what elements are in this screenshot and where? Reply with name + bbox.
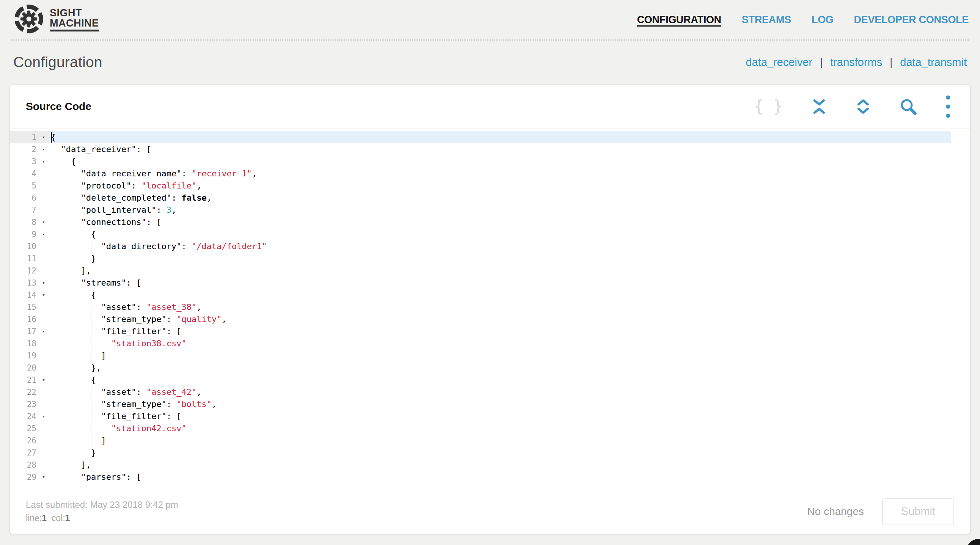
code-line-content[interactable]: "data_receiver": [ <box>49 143 951 156</box>
code-line-content[interactable]: { <box>49 156 951 168</box>
code-line[interactable]: 27} <box>10 447 951 459</box>
indent-guide <box>61 313 61 326</box>
code-line[interactable]: 26] <box>10 435 951 447</box>
code-line-content[interactable]: { <box>49 374 951 386</box>
code-line-content[interactable]: "asset": "asset_38", <box>49 301 951 313</box>
code-line-content[interactable]: "connections": [ <box>49 216 951 228</box>
code-line-content[interactable]: } <box>49 447 951 459</box>
code-line-content[interactable]: }, <box>49 362 951 374</box>
expand-all-icon[interactable] <box>856 99 871 114</box>
code-line-content[interactable]: "file_filter": [ <box>49 326 951 338</box>
submit-button[interactable]: Submit <box>882 498 954 525</box>
code-line[interactable]: 12], <box>10 265 951 277</box>
code-line-content[interactable]: "stream_type": "quality", <box>49 313 951 326</box>
code-line-content[interactable]: "stream_type": "bolts", <box>49 398 951 410</box>
fold-arrow-icon[interactable]: ▾ <box>39 216 49 228</box>
code-line-content[interactable]: ], <box>49 459 951 471</box>
fold-arrow-icon[interactable]: ▾ <box>39 374 49 386</box>
code-line[interactable]: 6"delete_completed": false, <box>10 192 951 204</box>
collapse-all-icon[interactable] <box>811 99 827 114</box>
code-line[interactable]: 9▾{ <box>10 228 951 240</box>
code-line[interactable]: 8▾"connections": [ <box>10 216 951 228</box>
code-line-content[interactable]: { <box>49 228 951 240</box>
indent-guide <box>61 471 61 483</box>
code-line[interactable]: 10"data_directory": "/data/folder1" <box>10 240 951 253</box>
code-line-content[interactable]: "parsers": [ <box>49 471 951 483</box>
code-line-content[interactable]: "data_directory": "/data/folder1" <box>49 240 951 253</box>
code-line-content[interactable]: { <box>49 289 951 301</box>
line-number: 1 <box>10 131 39 143</box>
code-line[interactable]: 22"asset": "asset_42", <box>10 386 951 398</box>
indent-guide <box>71 350 71 362</box>
indent-guide <box>71 313 71 326</box>
code-line[interactable]: 1▾{ <box>10 131 951 143</box>
code-line[interactable]: 13▾"streams": [ <box>10 277 951 289</box>
fold-arrow-icon[interactable]: ▾ <box>39 228 49 240</box>
fold-arrow-icon[interactable]: ▾ <box>39 471 49 483</box>
code-line-content[interactable]: "station38.csv" <box>49 338 951 350</box>
code-line-content[interactable]: { <box>49 131 951 143</box>
code-line[interactable]: 25"station42.csv" <box>10 423 951 435</box>
code-line[interactable]: 14▾{ <box>10 289 951 301</box>
gear-aperture-icon <box>13 3 45 36</box>
code-line-content[interactable]: "poll_interval": 3, <box>49 204 951 216</box>
code-line[interactable]: 15"asset": "asset_38", <box>10 301 951 313</box>
braces-icon[interactable]: { } <box>754 99 783 114</box>
code-line-content[interactable]: ], <box>49 265 951 277</box>
code-line[interactable]: 20}, <box>10 362 951 374</box>
fold-gutter <box>39 240 49 253</box>
code-line-content[interactable]: "protocol": "localfile", <box>49 180 951 192</box>
code-line[interactable]: 16"stream_type": "quality", <box>10 313 951 326</box>
nav-streams[interactable]: STREAMS <box>742 14 791 26</box>
chat-widget-bubble[interactable] <box>966 539 980 545</box>
nav-developer-console[interactable]: DEVELOPER CONSOLE <box>854 14 969 26</box>
panel-title: Source Code <box>26 100 91 113</box>
fold-arrow-icon[interactable]: ▾ <box>39 277 49 289</box>
code-line-content[interactable]: "streams": [ <box>49 277 951 289</box>
nav-log[interactable]: LOG <box>811 14 834 26</box>
code-line[interactable]: 5"protocol": "localfile", <box>10 180 951 192</box>
code-line[interactable]: 21▾{ <box>10 374 951 386</box>
code-line-content[interactable]: "data_receiver_name": "receiver_1", <box>49 168 951 180</box>
indent-guide <box>91 326 91 338</box>
code-line-content[interactable]: "asset": "asset_42", <box>49 386 951 398</box>
search-icon[interactable] <box>900 98 917 115</box>
code-line-content[interactable]: "delete_completed": false, <box>49 192 951 204</box>
kebab-menu-icon[interactable] <box>946 95 950 118</box>
fold-arrow-icon[interactable]: ▾ <box>39 131 49 143</box>
fold-gutter <box>39 265 49 277</box>
code-line[interactable]: 28], <box>10 459 951 471</box>
code-line[interactable]: 23"stream_type": "bolts", <box>10 398 951 410</box>
code-line-content[interactable]: } <box>49 253 951 265</box>
fold-arrow-icon[interactable]: ▾ <box>39 143 49 156</box>
code-line-content[interactable]: ] <box>49 350 951 362</box>
code-line[interactable]: 29▾"parsers": [ <box>10 471 951 483</box>
code-line[interactable]: 24▾"file_filter": [ <box>10 410 951 423</box>
code-line-content[interactable]: "station42.csv" <box>49 423 951 435</box>
code-line[interactable]: 11} <box>10 253 951 265</box>
sight-machine-logo[interactable]: SIGHT MACHINE <box>11 3 99 36</box>
panel-footer: Last submitted: May 23 2018 9:42 pm line… <box>10 489 970 534</box>
fold-arrow-icon[interactable]: ▾ <box>39 326 49 338</box>
nav-configuration[interactable]: CONFIGURATION <box>637 14 721 26</box>
link-transforms[interactable]: transforms <box>830 56 882 68</box>
link-data-transmit[interactable]: data_transmit <box>900 56 967 68</box>
fold-arrow-icon[interactable]: ▾ <box>39 289 49 301</box>
code-line[interactable]: 7"poll_interval": 3, <box>10 204 951 216</box>
indent-guide <box>71 459 71 471</box>
code-line[interactable]: 19] <box>10 350 951 362</box>
code-line[interactable]: 17▾"file_filter": [ <box>10 326 951 338</box>
code-line-content[interactable]: "file_filter": [ <box>49 410 951 423</box>
line-number: 7 <box>10 204 39 216</box>
indent-guide <box>81 253 81 265</box>
code-line[interactable]: 4"data_receiver_name": "receiver_1", <box>10 168 951 180</box>
fold-arrow-icon[interactable]: ▾ <box>39 410 49 423</box>
code-line[interactable]: 18"station38.csv" <box>10 338 951 350</box>
code-line-content[interactable]: ] <box>49 435 951 447</box>
code-line[interactable]: 2▾"data_receiver": [ <box>10 143 951 156</box>
indent-guide <box>61 435 61 447</box>
code-editor[interactable]: 1▾{2▾"data_receiver": [3▾{4"data_receive… <box>10 129 970 489</box>
link-data-receiver[interactable]: data_receiver <box>746 56 813 68</box>
fold-arrow-icon[interactable]: ▾ <box>39 156 49 168</box>
code-line[interactable]: 3▾{ <box>10 156 951 168</box>
